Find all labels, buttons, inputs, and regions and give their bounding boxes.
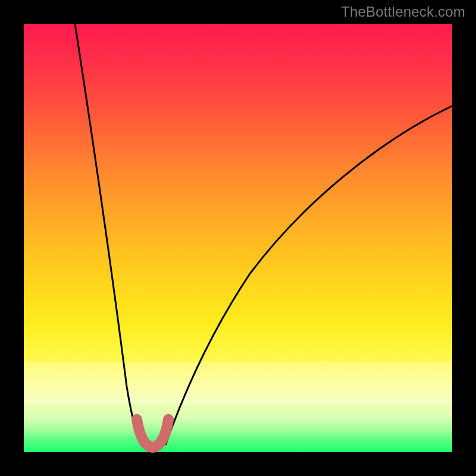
left-branch-curve	[75, 24, 142, 445]
chart-frame: TheBottleneck.com	[0, 0, 476, 476]
valley-endpoint-right	[163, 414, 174, 425]
right-branch-curve	[165, 106, 452, 445]
watermark-text: TheBottleneck.com	[341, 4, 465, 20]
valley-highlight	[137, 419, 168, 447]
curve-layer	[24, 24, 452, 452]
valley-endpoint-left	[131, 414, 142, 425]
